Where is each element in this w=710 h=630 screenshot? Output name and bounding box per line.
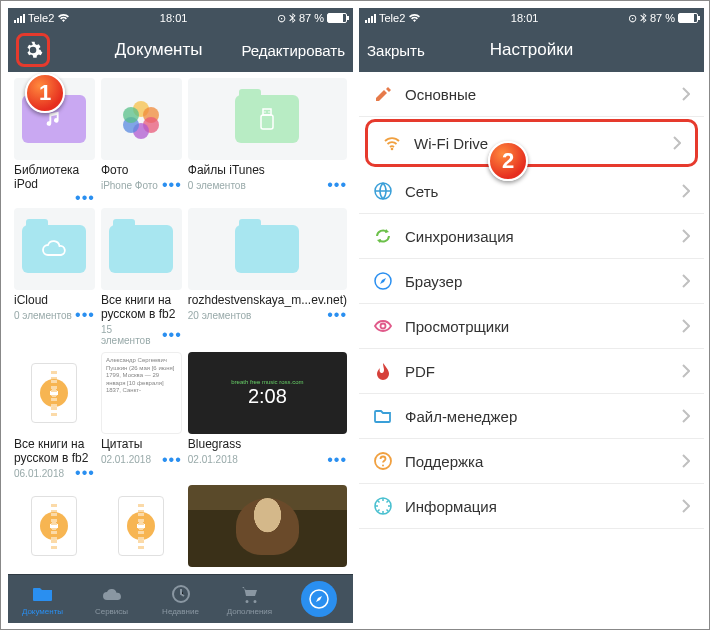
row-icon	[373, 451, 393, 471]
row-label: Синхронизация	[405, 228, 514, 245]
settings-row-сеть[interactable]: Сеть	[359, 169, 704, 214]
settings-row-синхронизация[interactable]: Синхронизация	[359, 214, 704, 259]
more-icon[interactable]: •••	[162, 331, 182, 339]
settings-row-файл-менеджер[interactable]: Файл-менеджер	[359, 394, 704, 439]
settings-row-pdf[interactable]: PDF	[359, 349, 704, 394]
battery-icon	[678, 13, 698, 23]
status-bar: Tele2 18:01 ⊙ 87 %	[359, 8, 704, 28]
tile-rozhdestvenskaya[interactable]: rozhdestvenskaya_m...ev.net) 20 элементо…	[188, 208, 347, 346]
row-icon	[373, 316, 393, 336]
tile-quotes[interactable]: Александр Сергеевич Пушкин (26 мая [6 ию…	[101, 352, 182, 479]
folder-icon	[32, 583, 54, 605]
page-title: Документы	[76, 40, 241, 60]
more-icon[interactable]: •••	[327, 181, 347, 189]
status-bar: Tele2 18:01 ⊙ 87 %	[8, 8, 353, 28]
carrier-label: Tele2	[28, 12, 54, 24]
battery-icon	[327, 13, 347, 23]
row-label: Поддержка	[405, 453, 483, 470]
svg-rect-1	[261, 115, 273, 129]
tile-itunes-files[interactable]: Файлы iTunes 0 элементов•••	[188, 78, 347, 202]
cloud-icon	[41, 240, 67, 258]
row-icon	[382, 133, 402, 153]
tab-addons[interactable]: Дополнения	[215, 575, 284, 623]
row-label: Просмотрщики	[405, 318, 509, 335]
chevron-right-icon	[682, 364, 690, 378]
usb-icon	[259, 107, 275, 131]
chevron-right-icon	[682, 274, 690, 288]
settings-list: ОсновныеWi-Fi DriveСетьСинхронизацияБрау…	[359, 72, 704, 623]
more-icon[interactable]: •••	[75, 469, 95, 477]
bluetooth-icon	[289, 13, 296, 24]
row-label: Основные	[405, 86, 476, 103]
alarm-icon: ⊙	[628, 12, 637, 25]
row-icon	[373, 271, 393, 291]
wifi-icon	[57, 13, 70, 23]
clock-label: 18:01	[160, 12, 188, 24]
clock-icon	[170, 583, 192, 605]
tab-bar: Документы Сервисы Недавние Дополнения	[8, 574, 353, 623]
cart-icon	[239, 583, 261, 605]
settings-row-основные[interactable]: Основные	[359, 72, 704, 117]
chevron-right-icon	[682, 87, 690, 101]
tile-books-zip[interactable]: Все книги на русском в fb2 06.01.2018•••	[14, 352, 95, 479]
nav-bar: Закрыть Настройки	[359, 28, 704, 72]
row-icon	[373, 406, 393, 426]
more-icon[interactable]: •••	[162, 456, 182, 464]
page-title: Настройки	[427, 40, 636, 60]
chevron-right-icon	[682, 454, 690, 468]
settings-row-информация[interactable]: Информация	[359, 484, 704, 529]
settings-row-wi-fi-drive[interactable]: Wi-Fi Drive	[365, 119, 698, 167]
row-icon	[373, 496, 393, 516]
cloud-icon	[101, 583, 123, 605]
tab-browser[interactable]	[284, 575, 353, 623]
settings-row-поддержка[interactable]: Поддержка	[359, 439, 704, 484]
nav-bar: Документы Редактировать	[8, 28, 353, 72]
signal-icon	[365, 14, 376, 23]
callout-marker-2: 2	[488, 141, 528, 181]
tile-partial-3[interactable]	[188, 485, 347, 568]
tab-recent[interactable]: Недавние	[146, 575, 215, 623]
svg-point-6	[391, 148, 394, 151]
row-icon	[373, 226, 393, 246]
tile-books-folder[interactable]: Все книги на русском в fb2 15 элементов•…	[101, 208, 182, 346]
tile-photos[interactable]: Фото iPhone Фото•••	[101, 78, 182, 202]
zip-icon	[31, 363, 77, 423]
row-label: Wi-Fi Drive	[414, 135, 488, 152]
row-label: Информация	[405, 498, 497, 515]
chevron-right-icon	[682, 319, 690, 333]
tile-partial-2[interactable]	[101, 485, 182, 568]
settings-row-браузер[interactable]: Браузер	[359, 259, 704, 304]
svg-point-9	[381, 324, 386, 329]
svg-point-2	[265, 111, 267, 113]
row-icon	[373, 84, 393, 104]
row-label: PDF	[405, 363, 435, 380]
tab-documents[interactable]: Документы	[8, 575, 77, 623]
settings-row-просмотрщики[interactable]: Просмотрщики	[359, 304, 704, 349]
wifi-icon	[408, 13, 421, 23]
tab-services[interactable]: Сервисы	[77, 575, 146, 623]
more-icon[interactable]: •••	[327, 311, 347, 319]
signal-icon	[14, 14, 25, 23]
more-icon[interactable]: •••	[327, 456, 347, 464]
more-icon[interactable]: •••	[75, 194, 95, 202]
tile-partial-1[interactable]	[14, 485, 95, 568]
more-icon[interactable]: •••	[75, 311, 95, 319]
battery-label: 87 %	[299, 12, 324, 24]
more-icon[interactable]: •••	[162, 181, 182, 189]
row-icon	[373, 361, 393, 381]
edit-button[interactable]: Редактировать	[241, 42, 345, 59]
row-label: Браузер	[405, 273, 462, 290]
close-button[interactable]: Закрыть	[367, 42, 427, 59]
gear-icon	[23, 40, 43, 60]
row-label: Сеть	[405, 183, 438, 200]
row-label: Файл-менеджер	[405, 408, 517, 425]
bluetooth-icon	[640, 13, 647, 24]
svg-point-11	[382, 465, 384, 467]
compass-icon	[301, 581, 337, 617]
chevron-right-icon	[673, 136, 681, 150]
chevron-right-icon	[682, 229, 690, 243]
settings-button[interactable]	[16, 33, 76, 67]
tile-bluegrass[interactable]: breath free music ross.com2:08 Bluegrass…	[188, 352, 347, 479]
tile-icloud[interactable]: iCloud 0 элементов•••	[14, 208, 95, 346]
chevron-right-icon	[682, 499, 690, 513]
